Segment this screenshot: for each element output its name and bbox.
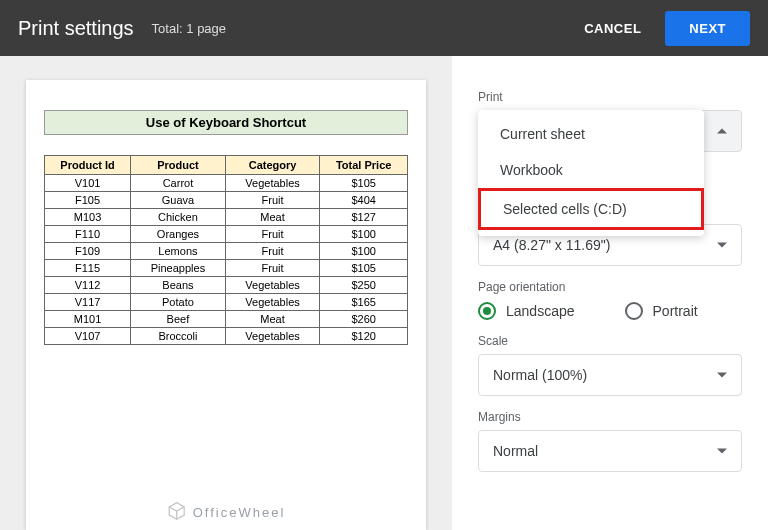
- preview-data-table: Product Id Product Category Total Price …: [44, 155, 408, 345]
- table-row: F109LemonsFruit$100: [45, 243, 408, 260]
- next-button[interactable]: NEXT: [665, 11, 750, 46]
- table-row: F110OrangesFruit$100: [45, 226, 408, 243]
- table-row: V107BroccoliVegetables$120: [45, 328, 408, 345]
- preview-pane: Use of Keyboard Shortcut Product Id Prod…: [0, 56, 452, 530]
- orientation-landscape[interactable]: Landscape: [478, 302, 575, 320]
- radio-icon: [478, 302, 496, 320]
- margins-value: Normal: [493, 443, 538, 459]
- orientation-radio-group: Landscape Portrait: [478, 302, 742, 320]
- caret-down-icon: [717, 449, 727, 454]
- caret-down-icon: [717, 373, 727, 378]
- col-header: Total Price: [320, 156, 408, 175]
- table-row: M103ChickenMeat$127: [45, 209, 408, 226]
- print-range-menu: Current sheet Workbook Selected cells (C…: [478, 110, 704, 236]
- paper-size-value: A4 (8.27" x 11.69"): [493, 237, 610, 253]
- table-row: M101BeefMeat$260: [45, 311, 408, 328]
- print-option-workbook[interactable]: Workbook: [478, 152, 704, 188]
- scale-select[interactable]: Normal (100%): [478, 354, 742, 396]
- app-bar: Print settings Total: 1 page CANCEL NEXT: [0, 0, 768, 56]
- caret-down-icon: [717, 243, 727, 248]
- page-total: Total: 1 page: [152, 21, 226, 36]
- print-section-label: Print: [478, 90, 742, 104]
- preview-title: Use of Keyboard Shortcut: [45, 111, 408, 135]
- scale-label: Scale: [478, 334, 742, 348]
- col-header: Product Id: [45, 156, 131, 175]
- radio-icon: [625, 302, 643, 320]
- table-header-row: Product Id Product Category Total Price: [45, 156, 408, 175]
- preview-sheet: Use of Keyboard Shortcut Product Id Prod…: [26, 80, 426, 530]
- preview-title-table: Use of Keyboard Shortcut: [44, 110, 408, 135]
- table-row: V112BeansVegetables$250: [45, 277, 408, 294]
- print-option-selected-cells[interactable]: Selected cells (C:D): [478, 188, 704, 230]
- table-row: V117PotatoVegetables$165: [45, 294, 408, 311]
- print-range-dropdown[interactable]: Current sheet Workbook Selected cells (C…: [478, 110, 742, 152]
- settings-sidebar: Print Current sheet Workbook Selected ce…: [452, 56, 768, 530]
- margins-label: Margins: [478, 410, 742, 424]
- col-header: Category: [225, 156, 320, 175]
- table-row: F105GuavaFruit$404: [45, 192, 408, 209]
- radio-label: Landscape: [506, 303, 575, 319]
- table-row: V101CarrotVegetables$105: [45, 175, 408, 192]
- orientation-label: Page orientation: [478, 280, 742, 294]
- content-split: Use of Keyboard Shortcut Product Id Prod…: [0, 56, 768, 530]
- caret-up-icon: [717, 129, 727, 134]
- margins-select[interactable]: Normal: [478, 430, 742, 472]
- scale-value: Normal (100%): [493, 367, 587, 383]
- orientation-portrait[interactable]: Portrait: [625, 302, 698, 320]
- radio-label: Portrait: [653, 303, 698, 319]
- print-option-current-sheet[interactable]: Current sheet: [478, 116, 704, 152]
- page-title: Print settings: [18, 17, 134, 40]
- col-header: Product: [131, 156, 226, 175]
- table-row: F115PineapplesFruit$105: [45, 260, 408, 277]
- cancel-button[interactable]: CANCEL: [570, 11, 655, 46]
